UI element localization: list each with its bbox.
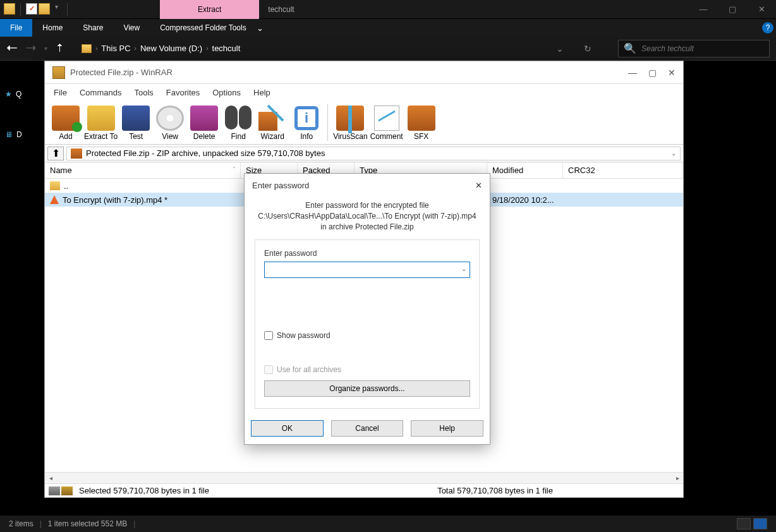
close-button[interactable]: ✕ bbox=[747, 0, 776, 19]
scroll-left-icon[interactable]: ◂ bbox=[45, 475, 56, 481]
column-crc[interactable]: CRC32 bbox=[563, 162, 683, 178]
tool-view[interactable]: View bbox=[154, 104, 186, 141]
up-button[interactable]: 🠑 bbox=[55, 43, 65, 54]
menu-commands[interactable]: Commands bbox=[75, 87, 126, 99]
checkbox-input[interactable] bbox=[264, 331, 273, 340]
breadcrumb-item[interactable]: New Volume (D:) bbox=[140, 44, 202, 53]
tool-label: Test bbox=[129, 132, 143, 141]
breadcrumb[interactable]: › This PC › New Volume (D:) › techcult bbox=[82, 44, 240, 53]
password-panel: Enter password ⌄ Show password Use for a… bbox=[255, 239, 480, 409]
monitor-icon: 🖥 bbox=[5, 130, 13, 139]
toolbar: Add Extract To Test View Delete Find Wiz… bbox=[45, 100, 683, 145]
breadcrumb-item[interactable]: techcult bbox=[212, 44, 241, 53]
status-bar: Selected 579,710,708 bytes in 1 file Tot… bbox=[45, 483, 683, 497]
tool-virusscan[interactable]: VirusScan bbox=[333, 104, 367, 141]
details-view-icon[interactable] bbox=[737, 518, 751, 529]
menu-favorites[interactable]: Favorites bbox=[161, 87, 205, 99]
scroll-right-icon[interactable]: ▸ bbox=[672, 475, 683, 481]
ribbon-context-tab[interactable]: Extract bbox=[160, 0, 259, 19]
password-dialog: Enter password ✕ Enter password for the … bbox=[244, 173, 490, 445]
organize-passwords-button[interactable]: Organize passwords... bbox=[264, 380, 470, 397]
column-modified[interactable]: Modified bbox=[487, 162, 563, 178]
tool-find[interactable]: Find bbox=[222, 104, 254, 141]
delete-icon bbox=[190, 106, 218, 131]
sidebar-item-desktop[interactable]: 🖥D bbox=[0, 128, 44, 142]
explorer-sidebar: ★Q 🖥D bbox=[0, 61, 44, 142]
tool-label: Info bbox=[300, 132, 313, 141]
minimize-button[interactable]: — bbox=[689, 0, 718, 19]
chevron-down-icon[interactable]: ⌄ bbox=[461, 265, 466, 272]
password-input[interactable] bbox=[264, 262, 470, 278]
search-box[interactable]: 🔍 bbox=[618, 40, 770, 57]
folder-icon[interactable] bbox=[39, 3, 50, 15]
sidebar-item-quick[interactable]: ★Q bbox=[0, 87, 44, 101]
virusscan-icon bbox=[336, 106, 364, 131]
close-button[interactable]: ✕ bbox=[668, 68, 676, 78]
horizontal-scrollbar[interactable]: ◂ ▸ bbox=[45, 472, 683, 483]
archive-icon bbox=[71, 148, 82, 159]
menu-tools[interactable]: Tools bbox=[129, 87, 158, 99]
history-dropdown-icon[interactable]: ▾ bbox=[44, 45, 47, 52]
tiles-view-icon[interactable] bbox=[753, 518, 767, 529]
refresh-icon[interactable]: ↻ bbox=[584, 44, 591, 54]
maximize-button[interactable]: ▢ bbox=[718, 0, 747, 19]
comment-icon bbox=[374, 106, 399, 131]
toolbar-separator bbox=[327, 104, 328, 141]
column-label: Name bbox=[50, 166, 72, 175]
dropdown-icon[interactable]: ⌄ bbox=[556, 44, 564, 54]
tool-sfx[interactable]: SFX bbox=[406, 104, 437, 141]
ribbon-tab-home[interactable]: Home bbox=[32, 19, 73, 37]
key-icon bbox=[61, 487, 73, 495]
tool-extract[interactable]: Extract To bbox=[84, 104, 118, 141]
back-button[interactable]: 🠐 bbox=[6, 42, 18, 55]
ribbon-tab-share[interactable]: Share bbox=[73, 19, 113, 37]
ribbon-tab-file[interactable]: File bbox=[0, 19, 32, 37]
quick-access-toolbar: ✓ ▾ bbox=[0, 3, 71, 16]
column-name[interactable]: Nameˆ bbox=[45, 162, 241, 178]
tool-comment[interactable]: Comment bbox=[370, 104, 403, 141]
tool-wizard[interactable]: Wizard bbox=[257, 104, 288, 141]
menu-file[interactable]: File bbox=[49, 87, 72, 99]
dialog-title: Enter password bbox=[252, 181, 309, 190]
cancel-button[interactable]: Cancel bbox=[331, 420, 404, 437]
ribbon-tab-view[interactable]: View bbox=[113, 19, 150, 37]
search-input[interactable] bbox=[641, 44, 764, 53]
help-button[interactable]: ? bbox=[760, 20, 776, 36]
tool-info[interactable]: iInfo bbox=[291, 104, 322, 141]
breadcrumb-item[interactable]: This PC bbox=[101, 44, 130, 53]
task-check-icon[interactable]: ✓ bbox=[26, 3, 37, 15]
ribbon-tab-cft[interactable]: Compressed Folder Tools bbox=[150, 19, 257, 37]
collapse-ribbon-icon[interactable]: ⌄ bbox=[257, 23, 264, 33]
tool-delete[interactable]: Delete bbox=[188, 104, 220, 141]
path-display[interactable]: Protected File.zip - ZIP archive, unpack… bbox=[66, 147, 681, 160]
menu-options[interactable]: Options bbox=[207, 87, 246, 99]
view-icon bbox=[156, 106, 184, 131]
status-items: 2 items bbox=[9, 519, 33, 528]
status-total: Total 579,710,708 bytes in 1 file bbox=[437, 486, 553, 495]
show-password-checkbox[interactable]: Show password bbox=[264, 331, 470, 340]
checkbox-input bbox=[264, 365, 273, 374]
ok-button[interactable]: OK bbox=[251, 420, 324, 437]
chevron-down-icon[interactable]: ⌄ bbox=[671, 150, 676, 157]
tool-add[interactable]: Add bbox=[50, 104, 82, 141]
close-button[interactable]: ✕ bbox=[475, 181, 482, 190]
up-folder-button[interactable]: ⬆ bbox=[47, 147, 64, 160]
maximize-button[interactable]: ▢ bbox=[648, 68, 657, 78]
tool-label: Wizard bbox=[260, 132, 284, 141]
winrar-icon bbox=[52, 66, 65, 79]
menu-help[interactable]: Help bbox=[248, 87, 276, 99]
tool-label: Find bbox=[231, 132, 245, 141]
tool-label: Comment bbox=[370, 132, 403, 141]
chevron-down-icon[interactable]: ▾ bbox=[55, 3, 58, 16]
dialog-buttons: OK Cancel Help bbox=[245, 413, 490, 444]
up-arrow-icon: ⬆ bbox=[52, 147, 60, 159]
chevron-right-icon: › bbox=[95, 45, 97, 52]
help-button[interactable]: Help bbox=[411, 420, 483, 437]
forward-button[interactable]: 🠒 bbox=[25, 42, 37, 55]
sort-icon: ˆ bbox=[233, 167, 235, 174]
tool-test[interactable]: Test bbox=[120, 104, 152, 141]
minimize-button[interactable]: — bbox=[628, 68, 637, 78]
address-bar: 🠐 🠒 ▾ 🠑 › This PC › New Volume (D:) › te… bbox=[0, 37, 776, 61]
path-bar: ⬆ Protected File.zip - ZIP archive, unpa… bbox=[45, 145, 683, 162]
test-icon bbox=[122, 106, 150, 131]
